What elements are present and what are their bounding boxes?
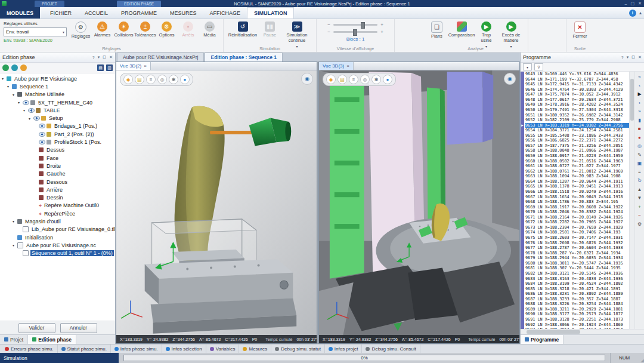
- reglages-button[interactable]: ⚙ Réglages: [71, 20, 91, 39]
- vscroll-thumb[interactable]: [630, 79, 634, 121]
- tree-item[interactable]: ▾Aube pour RE Visiusinage.nc: [0, 241, 115, 249]
- code-line[interactable]: 9666 LN X=188.1518 Y=-20.9249 Z=344.1916: [525, 189, 629, 195]
- code-line[interactable]: 9659 LN X=188.0917 Y=-21.0223 Z=344.1959: [525, 153, 629, 159]
- reinitialisation-button[interactable]: ↺ Réinitialisation: [227, 20, 258, 38]
- visibility-eye-icon[interactable]: [28, 108, 35, 113]
- render-mode-icon[interactable]: ●: [383, 75, 392, 84]
- tree-item[interactable]: ProfileStock 1 (Pos.: [0, 138, 115, 146]
- tree-item[interactable]: ▾Magasin d'outil: [0, 217, 115, 225]
- code-horizontal-scrollbar[interactable]: [521, 329, 644, 334]
- visibility-eye-icon[interactable]: [39, 124, 45, 128]
- tree-item[interactable]: Bridages_1 (Pos.): [0, 122, 115, 130]
- code-line[interactable]: 9677 LN X=188.2787 Y=-20.6604 Z=344.1933: [525, 245, 629, 251]
- bottom-tab-mesures[interactable]: Mesures: [239, 344, 271, 353]
- visibility-eye-icon[interactable]: [33, 116, 40, 121]
- tab-programme[interactable]: Programme: [521, 335, 564, 344]
- tree-item[interactable]: Face: [0, 154, 115, 162]
- pause-button[interactable]: ▮▮ Pause: [260, 20, 280, 38]
- slider2-plus-icon[interactable]: +: [380, 29, 384, 35]
- panel-close-icon[interactable]: ✕: [109, 55, 113, 60]
- copy-icon[interactable]: ▣: [636, 160, 643, 167]
- slider-thumb[interactable]: [361, 22, 365, 29]
- tolerances-button[interactable]: ± Tolérances: [135, 20, 155, 38]
- menu-tab-accueil[interactable]: ACCUEIL: [78, 7, 114, 19]
- code-vertical-scrollbar[interactable]: [629, 72, 634, 329]
- code-line[interactable]: 9672 LN X=188.2282 Y=-20.7905 Z=344.1927: [525, 220, 629, 225]
- alarmes-button[interactable]: ⚠ Alarmes: [92, 20, 112, 38]
- tool-check-icon[interactable]: [20, 64, 27, 71]
- view-cube-icon[interactable]: ◆: [123, 75, 133, 84]
- settings-combo[interactable]: Env. travail ▾: [4, 27, 67, 36]
- step-forward-icon[interactable]: ›: [636, 100, 643, 106]
- tree-item[interactable]: Dessus: [0, 146, 115, 154]
- code-line[interactable]: 9690 LN X=188.3177 Y=-20.2573 Z=344.1877: [525, 312, 629, 317]
- display-list-icon[interactable]: ≡: [349, 75, 358, 84]
- menu-tab-modules[interactable]: MODULES: [0, 7, 40, 19]
- bottom-tab-infos-projet[interactable]: Infos projet: [325, 344, 363, 353]
- tree-item[interactable]: Initialisation: [0, 233, 115, 241]
- program-dropdown-icon[interactable]: ▾: [523, 63, 532, 70]
- menu-tab-fichier[interactable]: FICHIER: [44, 7, 78, 19]
- display-list-icon[interactable]: ≡: [146, 75, 156, 84]
- slider2-thumb[interactable]: [353, 29, 357, 36]
- tree-item[interactable]: ▾5X_TT_HERMLE_C40: [0, 99, 115, 106]
- code-line[interactable]: 9675 LN X=188.2603 Y=-20.7147 Z=344.1931: [525, 235, 629, 241]
- tree-item[interactable]: ▾Setup: [0, 114, 115, 122]
- hscroll-thumb[interactable]: [527, 330, 580, 334]
- step-back-icon[interactable]: ‹: [636, 82, 643, 89]
- code-line[interactable]: 9654 LN X=184.3771 Y=-24.1254 Z=344.2581: [525, 128, 629, 133]
- view-settings-icon[interactable]: ✱: [169, 75, 178, 84]
- tree-item[interactable]: ▾TABLE: [0, 106, 115, 114]
- visibility-eye-icon[interactable]: [39, 140, 45, 144]
- layers-icon[interactable]: ▤: [135, 75, 144, 84]
- code-line[interactable]: 9676 LN X=188.2698 Y=-20.6876 Z=344.1932: [525, 241, 629, 246]
- code-line[interactable]: 9646 LN X=174.4764 Y=-30.8303 Z=344.4129: [525, 87, 629, 93]
- list-view-icon[interactable]: ▥: [106, 64, 113, 71]
- bottom-tab-erreurs-phase-simu-[interactable]: Erreurs phase simu.: [1, 344, 58, 353]
- code-line[interactable]: 9658 LN X=188.0048 Y=-21.0966 Z=344.1987: [525, 148, 629, 153]
- stop-icon[interactable]: ■: [636, 125, 643, 132]
- panel-dock-icon[interactable]: ⊡: [103, 55, 106, 60]
- tree-item[interactable]: Gauche: [0, 170, 115, 178]
- viewport-3d-blade[interactable]: ◆▤≡◎✱● ◉ X=183.3319 Y=-24.9382 Z=344.275…: [116, 70, 317, 343]
- code-line[interactable]: 9684 LN X=188.3199 Y=-20.4524 Z=344.1892: [525, 281, 629, 287]
- goto-first-icon[interactable]: «: [636, 73, 643, 80]
- expander-icon[interactable]: ▾: [13, 243, 17, 247]
- code-line[interactable]: 9689 LN X=188.3211 Y=-20.2929 Z=344.1881: [525, 307, 629, 312]
- code-line[interactable]: 9655 LN X=185.5408 Y=-23.1886 Z=344.2433: [525, 133, 629, 139]
- expander-icon[interactable]: ▾: [13, 93, 17, 97]
- slider2-track[interactable]: [333, 31, 377, 33]
- tree-item[interactable]: Dessin: [0, 193, 115, 201]
- code-line[interactable]: 9678 LN X=188.287 Y=-20.6321 Z=344.1934: [525, 251, 629, 256]
- code-line[interactable]: 9688 LN X=188.3226 Y=-20.3254 Z=344.1884: [525, 302, 629, 307]
- menu-tab-simulation[interactable]: SIMULATION: [247, 7, 294, 19]
- code-line[interactable]: 9687 LN X=188.3233 Y=-20.357 Z=344.1887: [525, 297, 629, 302]
- tree-item[interactable]: Arrière: [0, 186, 115, 193]
- collapse-ribbon-icon[interactable]: ▴: [639, 10, 642, 16]
- tree-item[interactable]: Dessous: [0, 178, 115, 186]
- code-line[interactable]: 9660 LN X=188.0502 Y=-21.0516 Z=344.1963: [525, 159, 629, 164]
- resize-grip[interactable]: ◢: [638, 353, 644, 363]
- code-line[interactable]: 9647 LN X=175.7874 Y=-30.052 Z=344.3912: [525, 92, 629, 97]
- tree-item[interactable]: ▾Aube pour RE Visiusinage: [0, 75, 115, 82]
- view1-options-button[interactable]: ◉: [301, 73, 313, 85]
- doc-tab-project[interactable]: Aube pour RE Visiusinage.NcsPrj: [117, 53, 204, 61]
- code-line[interactable]: 9665 LN X=188.1378 Y=-20.9451 Z=344.1913: [525, 184, 629, 189]
- code-line[interactable]: 9649 LN X=178.3916 Y=-28.4202 Z=344.3524: [525, 102, 629, 107]
- simulation-continue-button[interactable]: ≫ Simulation continue ▾: [281, 20, 312, 48]
- expander-icon[interactable]: ▾: [18, 100, 23, 104]
- edit-icon[interactable]: ✎: [636, 152, 643, 158]
- expander-icon[interactable]: ▾: [29, 116, 33, 121]
- panel-help-icon[interactable]: ?: [621, 56, 624, 60]
- exces-matiere-button[interactable]: ▶ Excès de matière ▾: [498, 20, 524, 48]
- workspace-tab-edition-phase[interactable]: EDITION PHASE: [117, 1, 161, 7]
- render-mode-icon[interactable]: ●: [180, 75, 190, 84]
- tree-item[interactable]: ▾Machine Utilisée: [0, 91, 115, 99]
- bottom-tab-debug-simu-statut[interactable]: Debug simu. statut: [271, 344, 325, 353]
- code-line[interactable]: 9651 LN X=180.9352 Y=-26.6982 Z=344.3142: [525, 113, 629, 118]
- view2-tab[interactable]: Vue 3D(3) ×: [319, 62, 354, 70]
- play-icon[interactable]: ▶: [636, 91, 643, 97]
- code-line[interactable]: 9643 LN X=169.446 Y=-33.616 Z=344.4836: [525, 72, 629, 77]
- code-line[interactable]: 9645 LN X=172.9415 Y=-31.7133 Z=344.4342: [525, 82, 629, 87]
- maximize-button[interactable]: ▢: [631, 1, 635, 6]
